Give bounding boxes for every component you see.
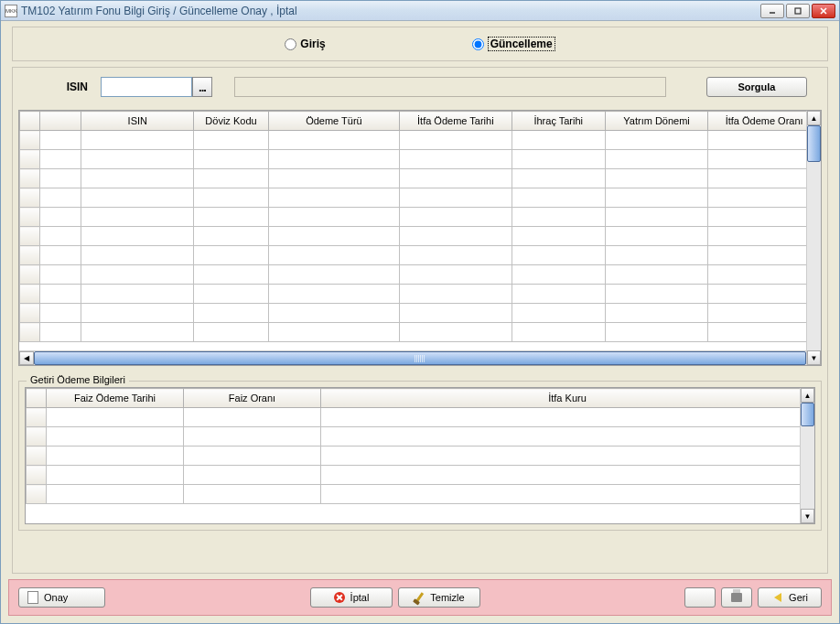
scroll-up-icon[interactable]: ▲ xyxy=(801,388,814,403)
cell[interactable] xyxy=(40,131,81,150)
cell[interactable] xyxy=(184,408,321,427)
cell[interactable] xyxy=(40,208,81,227)
cell[interactable] xyxy=(605,227,707,246)
row-header[interactable] xyxy=(20,246,40,265)
cell[interactable] xyxy=(399,188,512,208)
maximize-button[interactable] xyxy=(786,4,810,18)
cell[interactable] xyxy=(194,169,269,188)
cell[interactable] xyxy=(81,208,194,227)
grid2-col-faiz-oran[interactable]: Faiz Oranı xyxy=(184,389,321,408)
scroll-down-icon[interactable]: ▼ xyxy=(801,509,814,523)
grid1-hscroll[interactable]: ◀ ▶ xyxy=(19,350,821,365)
cell[interactable] xyxy=(40,323,81,342)
cell[interactable] xyxy=(708,227,821,246)
cell[interactable] xyxy=(605,169,707,188)
cell[interactable] xyxy=(194,131,269,150)
cell[interactable] xyxy=(321,446,814,466)
cell[interactable] xyxy=(605,150,707,169)
sorgula-button[interactable]: Sorgula xyxy=(706,77,807,97)
main-grid[interactable]: ISIN Döviz Kodu Ödeme Türü İtfa Ödeme Ta… xyxy=(18,110,822,366)
cell[interactable] xyxy=(605,285,707,304)
grid1-vscroll-thumb[interactable] xyxy=(807,125,821,162)
isin-input[interactable] xyxy=(101,77,192,97)
cell[interactable] xyxy=(47,466,184,485)
detail-grid[interactable]: Faiz Ödeme Tarihi Faiz Oranı İtfa Kuru ▲ xyxy=(25,387,815,524)
grid1-col-isin[interactable]: ISIN xyxy=(81,112,194,131)
radio-guncelleme[interactable]: Güncelleme xyxy=(472,37,555,51)
cell[interactable] xyxy=(708,150,821,169)
cell[interactable] xyxy=(194,323,269,342)
cell[interactable] xyxy=(268,188,399,208)
cell[interactable] xyxy=(47,485,184,504)
table-row[interactable] xyxy=(27,485,814,504)
table-row[interactable] xyxy=(20,304,821,323)
cell[interactable] xyxy=(81,323,194,342)
row-header[interactable] xyxy=(20,208,40,227)
cell[interactable] xyxy=(184,427,321,446)
scroll-left-icon[interactable]: ◀ xyxy=(19,351,34,365)
table-row[interactable] xyxy=(20,208,821,227)
cell[interactable] xyxy=(40,246,81,265)
cell[interactable] xyxy=(47,408,184,427)
cell[interactable] xyxy=(40,150,81,169)
cell[interactable] xyxy=(399,169,512,188)
table-row[interactable] xyxy=(20,285,821,304)
cell[interactable] xyxy=(708,188,821,208)
cell[interactable] xyxy=(321,485,814,504)
cell[interactable] xyxy=(268,150,399,169)
cell[interactable] xyxy=(40,304,81,323)
cell[interactable] xyxy=(268,304,399,323)
cell[interactable] xyxy=(81,285,194,304)
cell[interactable] xyxy=(321,427,814,446)
grid1-hscroll-thumb[interactable] xyxy=(34,351,806,365)
table-row[interactable] xyxy=(20,246,821,265)
radio-guncelleme-input[interactable] xyxy=(472,38,484,50)
cell[interactable] xyxy=(81,227,194,246)
cell[interactable] xyxy=(399,304,512,323)
cell[interactable] xyxy=(512,208,605,227)
cell[interactable] xyxy=(194,246,269,265)
grid1-col-itfa-tarih[interactable]: İtfa Ödeme Tarihi xyxy=(399,112,512,131)
cell[interactable] xyxy=(268,323,399,342)
cell[interactable] xyxy=(81,246,194,265)
iptal-button[interactable]: İptal xyxy=(310,587,393,608)
table-row[interactable] xyxy=(27,427,814,446)
cell[interactable] xyxy=(40,169,81,188)
row-header[interactable] xyxy=(20,304,40,323)
cell[interactable] xyxy=(268,169,399,188)
row-header[interactable] xyxy=(20,169,40,188)
cell[interactable] xyxy=(40,265,81,285)
cell[interactable] xyxy=(40,227,81,246)
cell[interactable] xyxy=(194,265,269,285)
cell[interactable] xyxy=(40,285,81,304)
grid1-col-yatirim[interactable]: Yatrım Dönemi xyxy=(605,112,707,131)
grid2-vscroll[interactable]: ▲ ▼ xyxy=(800,388,814,523)
cell[interactable] xyxy=(708,131,821,150)
cell[interactable] xyxy=(512,150,605,169)
cell[interactable] xyxy=(47,427,184,446)
grid1-col-blank[interactable] xyxy=(40,112,81,131)
cell[interactable] xyxy=(708,285,821,304)
cell[interactable] xyxy=(399,323,512,342)
cell[interactable] xyxy=(708,169,821,188)
temizle-button[interactable]: Temizle xyxy=(398,587,480,608)
cell[interactable] xyxy=(268,208,399,227)
cell[interactable] xyxy=(268,131,399,150)
cell[interactable] xyxy=(194,227,269,246)
isin-lookup-button[interactable]: ... xyxy=(192,77,212,97)
grid2-vscroll-thumb[interactable] xyxy=(801,403,814,426)
minimize-button[interactable] xyxy=(760,4,784,18)
cell[interactable] xyxy=(605,323,707,342)
cell[interactable] xyxy=(708,323,821,342)
table-row[interactable] xyxy=(27,446,814,466)
cell[interactable] xyxy=(399,208,512,227)
cell[interactable] xyxy=(268,227,399,246)
table-row[interactable] xyxy=(20,265,821,285)
row-header[interactable] xyxy=(20,131,40,150)
table-row[interactable] xyxy=(20,131,821,150)
grid2-col-itfa-kuru[interactable]: İtfa Kuru xyxy=(321,389,814,408)
cell[interactable] xyxy=(81,169,194,188)
cell[interactable] xyxy=(399,227,512,246)
radio-giris-input[interactable] xyxy=(285,38,296,50)
grid1-col-doviz[interactable]: Döviz Kodu xyxy=(194,112,269,131)
